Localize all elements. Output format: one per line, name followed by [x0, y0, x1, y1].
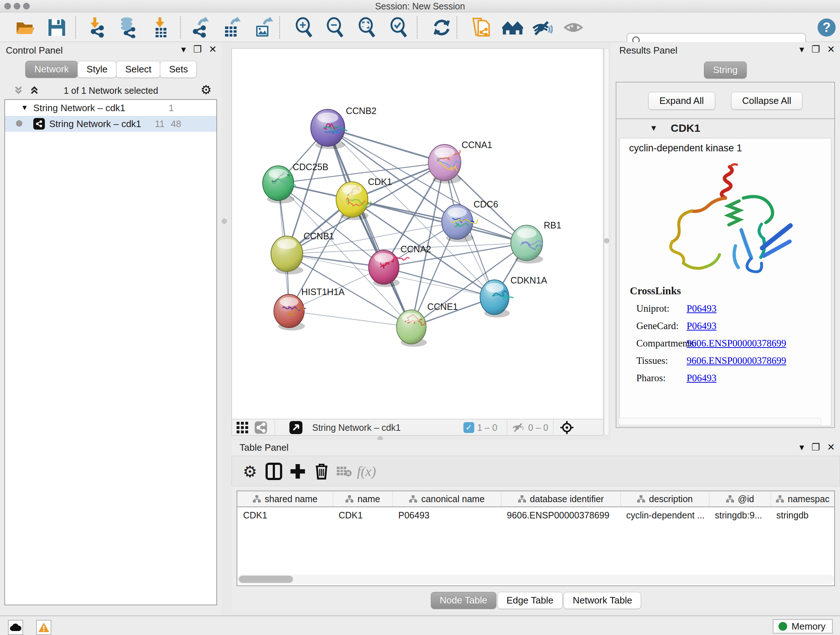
panel-menu-icon[interactable]: ▾: [799, 44, 804, 55]
titlebar: Session: New Session: [0, 0, 840, 12]
tab-sets[interactable]: Sets: [160, 61, 197, 78]
table-horizontal-scrollbar[interactable]: [237, 575, 834, 584]
import-network-from-file-button[interactable]: [85, 17, 106, 38]
cell-id[interactable]: stringdb:9...: [709, 507, 771, 524]
node-label-cdc25b: CDC25B: [293, 162, 328, 172]
tissues-link[interactable]: 9606.ENSP00000378699: [687, 355, 786, 366]
memory-button[interactable]: Memory: [773, 619, 833, 633]
column-header[interactable]: @id: [709, 491, 771, 507]
save-session-button[interactable]: [46, 17, 67, 38]
add-column-button[interactable]: [287, 461, 308, 481]
column-header[interactable]: name: [333, 491, 393, 507]
cell-database-identifier[interactable]: 9606.ENSP00000378699: [501, 507, 621, 524]
export-image-button[interactable]: [253, 17, 273, 38]
cloud-status-button[interactable]: [8, 620, 23, 635]
network-node-ccnb1[interactable]: CCNB1: [271, 231, 334, 274]
close-panel-icon[interactable]: ✕: [209, 44, 217, 55]
network-collection-row[interactable]: ▼ String Network – cdk1 1: [5, 100, 216, 116]
left-splitter-handle[interactable]: [222, 219, 227, 224]
network-options-gear-icon[interactable]: ⚙: [201, 82, 212, 97]
panel-menu-icon[interactable]: ▾: [181, 44, 186, 55]
network-node-hist1h1a[interactable]: HIST1H1A: [274, 287, 345, 331]
results-panel: Results Panel ▾ ❐ ✕ String Expand All Co…: [611, 42, 840, 440]
close-panel-icon[interactable]: ✕: [827, 44, 835, 55]
zoom-selected-button[interactable]: [388, 17, 409, 38]
cell-canonical-name[interactable]: P06493: [393, 507, 501, 524]
open-session-button[interactable]: [14, 17, 35, 38]
tab-select[interactable]: Select: [116, 61, 160, 78]
detach-view-button[interactable]: [289, 421, 303, 434]
import-table-from-file-button[interactable]: [150, 17, 171, 38]
import-network-from-database-button[interactable]: [117, 17, 138, 38]
network-node-ccna2[interactable]: CCNA2: [369, 244, 431, 287]
pharos-link[interactable]: P06493: [687, 372, 717, 384]
column-header[interactable]: description: [621, 491, 709, 507]
export-table-button[interactable]: [221, 17, 242, 38]
help-button[interactable]: ?: [816, 17, 837, 38]
column-header[interactable]: shared name: [237, 491, 333, 507]
float-panel-icon[interactable]: ❐: [193, 44, 202, 55]
gene-expander-icon[interactable]: ▼: [650, 124, 658, 133]
uniprot-link[interactable]: P06493: [687, 303, 717, 314]
network-node-ccna1[interactable]: CCNA1: [428, 140, 493, 184]
column-header[interactable]: database identifier: [501, 491, 621, 507]
scrollbar-thumb[interactable]: [239, 576, 293, 583]
genecard-link[interactable]: P06493: [687, 320, 717, 332]
delete-column-button[interactable]: [311, 461, 332, 481]
panel-menu-icon[interactable]: ▾: [799, 442, 804, 453]
tab-node-table[interactable]: Node Table: [431, 592, 496, 609]
table-row[interactable]: CDK1 CDK1 P06493 9606.ENSP00000378699 cy…: [237, 507, 835, 524]
control-panel-tabs: Network Style Select Sets: [25, 61, 196, 78]
tab-string-results[interactable]: String: [704, 62, 747, 79]
network-graph[interactable]: CCNB2CCNA1CDC25BCDK1CDC6RB1CCNB1CCNA2CDK…: [232, 49, 603, 418]
column-header[interactable]: canonical name: [393, 491, 501, 507]
node-label-rb1: RB1: [544, 220, 561, 230]
clone-network-button[interactable]: [470, 17, 491, 38]
show-all-button[interactable]: [563, 17, 584, 38]
string-view-button[interactable]: [254, 421, 267, 434]
show-columns-button[interactable]: [264, 461, 284, 481]
collection-expander-icon[interactable]: ▼: [21, 103, 28, 112]
birds-eye-view-button[interactable]: [560, 421, 574, 434]
cell-shared-name[interactable]: CDK1: [237, 507, 333, 524]
float-panel-icon[interactable]: ❐: [812, 44, 820, 55]
first-neighbors-button[interactable]: [502, 17, 523, 38]
network-node-ccne1[interactable]: CCNE1: [396, 302, 458, 347]
float-panel-icon[interactable]: ❐: [812, 442, 820, 453]
network-view[interactable]: CCNB2CCNA1CDC25BCDK1CDC6RB1CCNB1CCNA2CDK…: [232, 48, 603, 419]
export-network-button[interactable]: [189, 17, 210, 38]
zoom-in-button[interactable]: [294, 17, 315, 38]
network-view-toolbar: String Network – cdk1 ✓ 1 – 0 0 – 0: [232, 419, 603, 435]
results-scrollbar[interactable]: [619, 418, 821, 425]
hide-selected-button[interactable]: [532, 17, 553, 38]
cell-name[interactable]: CDK1: [333, 507, 393, 524]
warnings-button[interactable]: [36, 620, 51, 635]
column-header[interactable]: namespac: [771, 491, 835, 507]
network-node-cdc6[interactable]: CDC6: [442, 199, 498, 242]
compartments-link[interactable]: 9606.ENSP00000378699: [687, 338, 786, 349]
network-row[interactable]: String Network – cdk1 11 48: [5, 116, 216, 132]
tab-network[interactable]: Network: [25, 61, 78, 78]
collapse-all-button[interactable]: Collapse All: [731, 92, 803, 110]
network-node-ccnb2[interactable]: CCNB2: [311, 106, 377, 149]
network-node-rb1[interactable]: RB1: [511, 220, 561, 264]
table-options-gear-icon[interactable]: ⚙: [240, 461, 260, 481]
right-splitter-handle[interactable]: [604, 238, 609, 243]
selected-checkbox-icon[interactable]: ✓: [463, 422, 474, 433]
grid-view-button[interactable]: [236, 421, 248, 434]
tab-network-table[interactable]: Network Table: [564, 592, 641, 609]
hidden-nodes-indicator[interactable]: 0 – 0: [512, 421, 548, 434]
selected-nodes-indicator[interactable]: ✓ 1 – 0: [463, 421, 497, 434]
cell-description[interactable]: cyclin-dependent ...: [621, 507, 709, 524]
refresh-view-button[interactable]: [431, 17, 452, 38]
delete-table-button[interactable]: [334, 461, 354, 481]
tab-style[interactable]: Style: [77, 61, 117, 78]
network-node-cdkn1a[interactable]: CDKN1A: [480, 275, 547, 318]
close-panel-icon[interactable]: ✕: [827, 442, 835, 453]
zoom-fit-button[interactable]: [357, 17, 378, 38]
zoom-out-button[interactable]: [325, 17, 346, 38]
function-builder-button[interactable]: f(x): [356, 461, 377, 481]
cell-namespace[interactable]: stringdb: [771, 507, 835, 524]
tab-edge-table[interactable]: Edge Table: [497, 592, 562, 609]
expand-all-button[interactable]: Expand All: [648, 92, 715, 110]
